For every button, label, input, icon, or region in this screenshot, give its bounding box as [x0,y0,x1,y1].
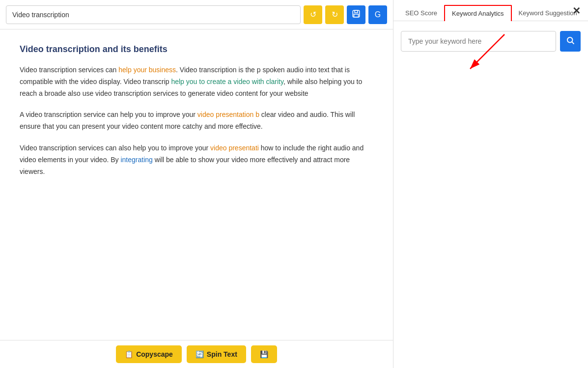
svg-line-4 [572,42,574,44]
title-input[interactable] [6,5,301,24]
tab-seo-score-label: SEO Score [405,9,437,17]
redo-icon: ↻ [332,10,338,19]
undo-button[interactable]: ↺ [304,5,322,24]
svg-rect-1 [355,10,358,13]
copy-icon: 📋 [125,350,133,358]
svg-point-3 [567,37,573,43]
right-panel: ✕ SEO Score Keyword Analytics Keyword Su… [393,0,588,368]
undo-icon: ↺ [310,10,316,19]
highlight-clarity: help you to create a video with clarity [171,78,283,85]
toolbar: ↺ ↻ G [0,0,393,29]
tab-seo-score[interactable]: SEO Score [398,5,444,21]
spin-text-label: Spin Text [207,350,237,358]
paragraph-3: Video transcription services can also he… [20,142,373,177]
save-button[interactable] [347,5,365,24]
save-icon [352,9,361,20]
highlight-video-presentation: video presentation b [197,111,259,118]
copyscape-label: Copyscape [136,350,173,358]
panel-content [393,21,588,368]
highlight-help: help your business [118,66,176,74]
generate-button[interactable]: G [368,5,387,24]
spin-icon: 🔄 [196,350,204,358]
editor-container: ↺ ↻ G Video transcription and its benefi… [0,0,393,368]
highlight-presentati: video presentati [210,144,259,152]
close-button[interactable]: ✕ [572,5,581,17]
spin-text-button[interactable]: 🔄 Spin Text [187,345,246,363]
tabs-container: SEO Score Keyword Analytics Keyword Sugg… [393,0,588,21]
search-icon [566,36,575,47]
redo-button[interactable]: ↻ [325,5,344,24]
copyscape-button[interactable]: 📋 Copyscape [116,345,182,363]
svg-rect-2 [354,14,359,17]
editor-content[interactable]: Video transcription and its benefits Vid… [0,29,393,340]
bottom-bar: 📋 Copyscape 🔄 Spin Text 💾 [0,340,393,368]
tab-keyword-analytics-label: Keyword Analytics [452,10,504,17]
keyword-input[interactable] [401,31,556,52]
search-button[interactable] [560,31,581,52]
paragraph-2: A video transcription service can help y… [20,109,373,133]
tab-keyword-suggestion-label: Keyword Suggestion [519,9,577,17]
tab-keyword-analytics[interactable]: Keyword Analytics [444,5,512,21]
close-icon: ✕ [572,5,581,16]
save-doc-icon: 💾 [260,350,268,358]
paragraph-1: Video transcription services can help yo… [20,64,373,99]
highlight-integrating: integrating [120,156,152,164]
generate-label: G [375,10,381,19]
article-heading: Video transcription and its benefits [20,44,373,55]
save-doc-button[interactable]: 💾 [251,345,277,363]
search-row [401,31,581,52]
